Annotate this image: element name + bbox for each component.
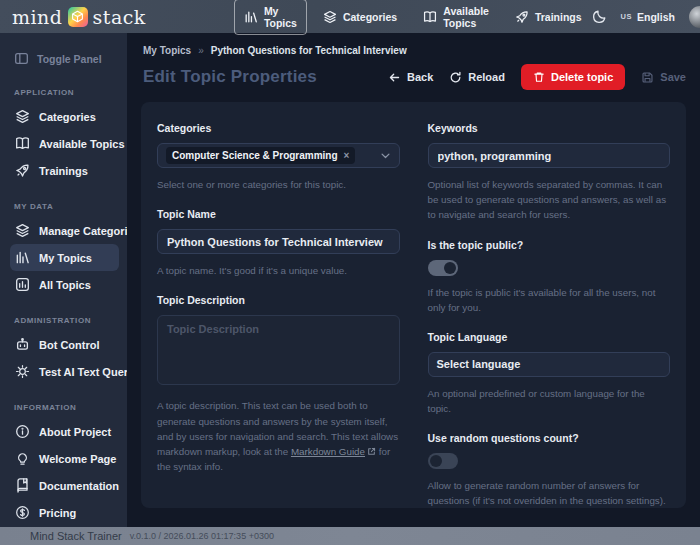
sidebar-item-label: Available Topics bbox=[39, 138, 125, 150]
topic-description-textarea[interactable] bbox=[157, 315, 400, 385]
topbar: mind stack My Topics Categories Availabl… bbox=[0, 0, 700, 33]
sidebar-item-label: My Topics bbox=[39, 252, 92, 264]
user-avatar[interactable] bbox=[689, 6, 700, 28]
logo-word-stack: stack bbox=[93, 6, 146, 28]
sidebar-item-label: Test AI Text Query bbox=[39, 366, 127, 378]
external-link-icon bbox=[367, 447, 376, 456]
sidebar-item-documentation[interactable]: Documentation bbox=[10, 472, 119, 499]
random-count-label: Use random questions count? bbox=[428, 432, 671, 444]
sidebar-item-categories[interactable]: Categories bbox=[10, 103, 119, 130]
topnav-label: Available Topics bbox=[443, 5, 489, 29]
random-count-help: Allow to generate random number of answe… bbox=[428, 478, 671, 508]
sidebar-item-label: Documentation bbox=[39, 480, 119, 492]
rocket-icon bbox=[515, 10, 529, 24]
cube-logo-icon bbox=[68, 7, 88, 27]
language-label: English bbox=[637, 11, 675, 23]
breadcrumb-my-topics[interactable]: My Topics bbox=[143, 45, 191, 56]
chevron-down-icon bbox=[380, 150, 391, 161]
rocket-icon bbox=[15, 163, 30, 178]
categories-label: Categories bbox=[157, 122, 400, 134]
book-open-icon bbox=[423, 10, 437, 24]
remove-tag-icon[interactable]: × bbox=[344, 150, 350, 161]
sidebar-item-label: All Topics bbox=[39, 279, 91, 291]
robot-icon bbox=[15, 337, 30, 352]
topnav-label: My Topics bbox=[264, 5, 297, 29]
sidebar-item-about-project[interactable]: About Project bbox=[10, 418, 119, 445]
categories-multiselect[interactable]: Computer Science & Programming × bbox=[157, 143, 400, 168]
boxed-bars-icon bbox=[15, 277, 30, 292]
topic-language-select[interactable]: Select language bbox=[428, 352, 671, 377]
app-logo[interactable]: mind stack bbox=[12, 6, 146, 28]
delete-label: Delete topic bbox=[551, 71, 613, 83]
section-administration: ADMINISTRATION bbox=[10, 308, 119, 331]
sidebar-item-welcome-page[interactable]: Welcome Page bbox=[10, 445, 119, 472]
back-label: Back bbox=[407, 71, 433, 83]
category-tag: Computer Science & Programming × bbox=[166, 147, 355, 164]
edit-topic-form: Categories Computer Science & Programmin… bbox=[141, 102, 686, 508]
chart-bars-icon bbox=[244, 10, 258, 24]
layers-icon bbox=[15, 223, 30, 238]
topnav-my-topics[interactable]: My Topics bbox=[234, 0, 307, 35]
sidebar-item-trainings[interactable]: Trainings bbox=[10, 157, 119, 184]
category-tag-label: Computer Science & Programming bbox=[172, 150, 338, 161]
is-public-toggle[interactable] bbox=[428, 260, 458, 276]
topnav-label: Categories bbox=[343, 11, 397, 23]
toggle-panel-button[interactable]: Toggle Panel bbox=[10, 47, 119, 80]
topnav-trainings[interactable]: Trainings bbox=[505, 4, 592, 30]
status-version: v.0.1.0 / 2026.01.26 01:17:35 +0300 bbox=[130, 531, 274, 541]
sidebar-item-label: Pricing bbox=[39, 507, 76, 519]
sidebar-item-all-topics[interactable]: All Topics bbox=[10, 271, 119, 298]
topic-description-label: Topic Description bbox=[157, 294, 400, 306]
sidebar-item-available-topics[interactable]: Available Topics bbox=[10, 130, 119, 157]
delete-topic-button[interactable]: Delete topic bbox=[521, 64, 625, 90]
form-left-column: Categories Computer Science & Programmin… bbox=[157, 122, 400, 488]
sidebar-item-test-ai-text-query[interactable]: Test AI Text Query bbox=[10, 358, 119, 385]
status-app-name: Mind Stack Trainer bbox=[30, 530, 122, 542]
keywords-help: Optional list of keywords separated by c… bbox=[428, 177, 671, 223]
sidebar-item-label: Manage Categories bbox=[39, 225, 127, 237]
header-actions: Back Reload Delete topic Save bbox=[388, 64, 686, 90]
save-label: Save bbox=[660, 71, 686, 83]
random-count-toggle[interactable] bbox=[428, 453, 458, 469]
toggle-panel-label: Toggle Panel bbox=[37, 53, 102, 65]
trash-icon bbox=[533, 71, 545, 83]
is-public-help: If the topic is public it's available fo… bbox=[428, 285, 671, 315]
topic-name-help: A topic name. It's good if it's a unique… bbox=[157, 263, 400, 278]
logo-word-mind: mind bbox=[12, 6, 63, 28]
sidebar-item-manage-categories[interactable]: Manage Categories bbox=[10, 217, 119, 244]
book-icon bbox=[15, 478, 30, 493]
topic-name-label: Topic Name bbox=[157, 208, 400, 220]
keywords-input[interactable] bbox=[428, 143, 671, 168]
sidebar-item-pricing[interactable]: Pricing bbox=[10, 499, 119, 526]
sidebar-item-bot-control[interactable]: Bot Control bbox=[10, 331, 119, 358]
reload-button[interactable]: Reload bbox=[449, 71, 505, 84]
categories-help: Select one or more categories for this t… bbox=[157, 177, 400, 192]
is-public-label: Is the topic public? bbox=[428, 239, 671, 251]
topic-name-input[interactable] bbox=[157, 229, 400, 254]
dark-mode-moon-icon[interactable] bbox=[592, 9, 607, 24]
toggle-knob bbox=[444, 262, 456, 274]
language-select-value: Select language bbox=[437, 358, 521, 370]
sidebar-item-label: Bot Control bbox=[39, 339, 99, 351]
toggle-knob bbox=[430, 455, 442, 467]
page-title: Edit Topic Properties bbox=[143, 67, 317, 87]
chart-bars-icon bbox=[15, 250, 30, 265]
dollar-circle-icon bbox=[15, 505, 30, 520]
topnav-categories[interactable]: Categories bbox=[313, 4, 407, 30]
refresh-icon bbox=[449, 71, 462, 84]
lightbulb-icon bbox=[15, 451, 30, 466]
breadcrumb-current: Python Questions for Technical Interview bbox=[211, 45, 407, 56]
topnav-available-topics[interactable]: Available Topics bbox=[413, 0, 499, 35]
sidebar-item-my-topics[interactable]: My Topics bbox=[10, 244, 119, 271]
back-button[interactable]: Back bbox=[388, 71, 433, 84]
markdown-guide-link[interactable]: Markdown Guide bbox=[291, 446, 365, 457]
topic-language-label: Topic Language bbox=[428, 331, 671, 343]
status-bar: Mind Stack Trainer v.0.1.0 / 2026.01.26 … bbox=[0, 527, 700, 545]
save-button[interactable]: Save bbox=[641, 71, 686, 84]
topbar-nav: My Topics Categories Available Topics Tr… bbox=[234, 0, 592, 35]
sidebar-item-label: Trainings bbox=[39, 165, 88, 177]
save-icon bbox=[641, 71, 654, 84]
language-selector[interactable]: US English bbox=[621, 11, 675, 23]
book-open-icon bbox=[15, 136, 30, 151]
info-icon bbox=[15, 424, 30, 439]
